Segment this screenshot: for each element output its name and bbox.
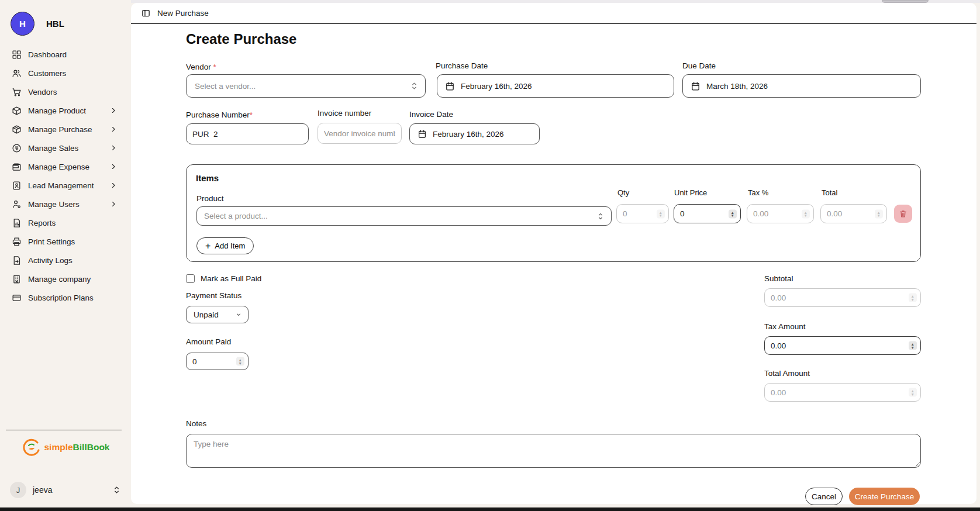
- chevron-right-icon: [110, 201, 117, 208]
- payment-status-select[interactable]: Unpaid: [186, 306, 249, 323]
- sidebar-item-label: Manage Expense: [28, 163, 89, 171]
- required-asterisk: *: [250, 111, 253, 119]
- due-date-value: March 18th, 2026: [706, 82, 768, 91]
- mark-full-paid-checkbox[interactable]: [186, 274, 195, 283]
- product-select[interactable]: Select a product...: [196, 206, 612, 226]
- mark-full-paid-row: Mark as Full Paid: [186, 274, 261, 283]
- sidebar-item-manage-purchase[interactable]: Manage Purchase: [0, 120, 131, 139]
- sidebar-item-manage-product[interactable]: Manage Product: [0, 101, 131, 120]
- users-icon: [12, 68, 22, 78]
- subtotal-field: ▲▼: [764, 288, 921, 307]
- vendor-select[interactable]: Select a vendor...: [186, 74, 426, 98]
- number-stepper-icon[interactable]: ▲▼: [657, 209, 665, 218]
- total-amount-label: Total Amount: [764, 369, 810, 378]
- calendar-icon: [691, 81, 701, 91]
- sidebar-item-customers[interactable]: Customers: [0, 64, 131, 82]
- purchase-number-input[interactable]: [187, 124, 308, 144]
- chevron-up-down-icon: [597, 212, 604, 220]
- invoice-date-input[interactable]: February 16th, 2026: [409, 123, 540, 144]
- user-menu[interactable]: J jeeva: [10, 482, 120, 498]
- sidebar-item-vendors[interactable]: Vendors: [0, 82, 131, 101]
- sidebar-item-label: Reports: [28, 219, 56, 227]
- sidebar-item-label: Activity Logs: [28, 256, 73, 265]
- sidebar: H HBL Dashboard Customers Vendors Manage…: [0, 0, 131, 507]
- number-stepper-icon[interactable]: ▲▼: [802, 209, 810, 218]
- window-bottom-strip: [0, 507, 980, 511]
- add-item-label: Add Item: [215, 241, 245, 250]
- number-stepper-icon[interactable]: ▲▼: [236, 357, 244, 366]
- unit-price-label: Unit Price: [674, 188, 707, 197]
- purchase-date-input[interactable]: February 16th, 2026: [437, 74, 674, 98]
- sidebar-item-label: Manage Users: [28, 200, 80, 209]
- tax-amount-label: Tax Amount: [764, 322, 806, 331]
- wallet-icon: [12, 162, 22, 172]
- purchase-date-label: Purchase Date: [436, 61, 488, 70]
- trash-icon: [899, 209, 907, 218]
- cancel-button[interactable]: Cancel: [805, 488, 843, 505]
- sidebar-footer-divider: [6, 430, 122, 430]
- sidebar-item-reports[interactable]: Reports: [0, 213, 131, 232]
- sidebar-item-manage-sales[interactable]: Manage Sales: [0, 139, 131, 157]
- create-purchase-button[interactable]: Create Purchase: [849, 488, 920, 505]
- main-panel: New Purchase Create Purchase Vendor * Pu…: [131, 3, 976, 504]
- tax-pct-label: Tax %: [748, 188, 768, 197]
- chevron-right-icon: [110, 107, 117, 114]
- total-amount-input[interactable]: [765, 384, 920, 401]
- notes-textarea[interactable]: [187, 434, 920, 467]
- invoice-date-value: February 16th, 2026: [433, 130, 504, 139]
- sidebar-item-subscription-plans[interactable]: Subscription Plans: [0, 288, 131, 307]
- page-title: Create Purchase: [186, 31, 296, 47]
- add-item-button[interactable]: + Add Item: [196, 237, 254, 254]
- invoice-number-input[interactable]: [318, 123, 401, 143]
- brand-logo: simpleBillBook: [0, 437, 131, 457]
- activity-file-icon: [12, 255, 22, 265]
- subtotal-input[interactable]: [765, 289, 920, 306]
- tab-new-purchase[interactable]: New Purchase: [157, 9, 209, 18]
- package-purchase-icon: [12, 125, 22, 134]
- user-name: jeeva: [33, 485, 106, 495]
- brand-logo-icon: [22, 437, 42, 457]
- chevron-up-down-icon: [410, 81, 418, 91]
- sidebar-item-print-settings[interactable]: Print Settings: [0, 232, 131, 251]
- due-date-label: Due Date: [682, 61, 716, 70]
- sidebar-item-activity-logs[interactable]: Activity Logs: [0, 251, 131, 270]
- sidebar-item-manage-company[interactable]: Manage company: [0, 270, 131, 288]
- plus-icon: +: [205, 241, 211, 251]
- delete-item-button[interactable]: [894, 205, 912, 223]
- user-settings-icon: [12, 199, 22, 209]
- chevron-up-down-icon: [113, 485, 120, 495]
- notes-label: Notes: [186, 419, 206, 428]
- purchase-number-field: [186, 123, 309, 144]
- sidebar-item-lead-management[interactable]: Lead Management: [0, 176, 131, 195]
- company-avatar[interactable]: H: [11, 12, 34, 36]
- tax-amount-input[interactable]: [765, 337, 920, 354]
- product-select-placeholder: Select a product...: [197, 212, 268, 220]
- sidebar-nav: Dashboard Customers Vendors Manage Produ…: [0, 45, 131, 307]
- dashboard-grid-icon: [12, 50, 22, 60]
- unit-price-field: ▲▼: [674, 204, 741, 223]
- due-date-input[interactable]: March 18th, 2026: [682, 74, 921, 98]
- number-stepper-icon[interactable]: ▲▼: [909, 341, 917, 350]
- tab-bar: New Purchase: [131, 3, 976, 24]
- required-asterisk: *: [213, 63, 216, 71]
- sidebar-item-manage-users[interactable]: Manage Users: [0, 195, 131, 213]
- coin-icon: [12, 143, 22, 153]
- credit-card-icon: [12, 293, 22, 303]
- chevron-down-icon: [235, 311, 242, 318]
- sidebar-item-label: Lead Management: [28, 181, 94, 190]
- number-stepper-icon[interactable]: ▲▼: [729, 209, 737, 218]
- number-stepper-icon[interactable]: ▲▼: [909, 294, 917, 302]
- number-stepper-icon[interactable]: ▲▼: [875, 209, 883, 218]
- product-label: Product: [196, 194, 224, 203]
- report-file-icon: [12, 218, 22, 228]
- vendor-select-placeholder: Select a vendor...: [187, 82, 256, 91]
- items-title: Items: [196, 173, 219, 183]
- number-stepper-icon[interactable]: ▲▼: [909, 388, 917, 397]
- panel-toggle-icon[interactable]: [142, 9, 150, 18]
- invoice-number-label: Invoice number: [318, 109, 371, 118]
- sidebar-item-dashboard[interactable]: Dashboard: [0, 45, 131, 64]
- purchase-date-value: February 16th, 2026: [461, 82, 532, 91]
- user-avatar: J: [10, 482, 26, 498]
- sidebar-item-label: Print Settings: [28, 237, 75, 246]
- sidebar-item-manage-expense[interactable]: Manage Expense: [0, 157, 131, 176]
